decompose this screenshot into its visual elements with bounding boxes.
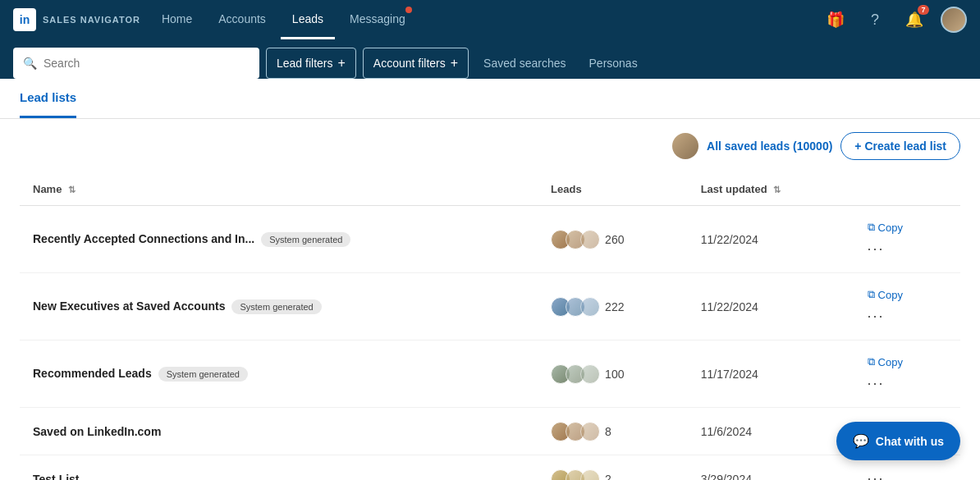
system-generated-badge: System generated [261, 232, 350, 247]
avatars-group: 222 [551, 297, 675, 317]
row-leads-cell: 222 [538, 273, 688, 341]
table-row: Test List 2 3/29/2024··· [20, 455, 960, 481]
table-row: New Executives at Saved AccountsSystem g… [20, 273, 960, 341]
row-date: 11/22/2024 [701, 300, 758, 313]
avatars-group: 8 [551, 422, 675, 441]
lead-filters-plus-icon: + [337, 56, 345, 71]
messaging-notification-dot [405, 7, 412, 13]
row-leads-cell: 2 [538, 455, 688, 481]
name-sort-icon[interactable]: ⇅ [68, 185, 76, 194]
all-saved-leads-group: All saved leads (10000) + Create lead li… [672, 132, 960, 160]
all-saved-leads-link[interactable]: All saved leads (10000) [707, 139, 832, 153]
last-updated-sort-icon[interactable]: ⇅ [773, 185, 781, 194]
row-date-cell: 11/22/2024 [688, 273, 848, 341]
row-name-cell: Test List [20, 455, 538, 481]
nav-home[interactable]: Home [150, 0, 204, 39]
tab-lead-lists[interactable]: Lead lists [20, 79, 76, 118]
search-bar-section: 🔍 Lead filters + Account filters + Saved… [0, 39, 980, 79]
lead-avatar [580, 364, 600, 384]
list-header: All saved leads (10000) + Create lead li… [20, 119, 960, 173]
gift-icon-button[interactable]: 🎁 [822, 7, 849, 33]
app-logo[interactable]: in SALES NAVIGATOR [13, 8, 140, 31]
lead-count: 222 [605, 300, 624, 313]
nav-leads[interactable]: Leads [281, 0, 335, 39]
notifications-icon-button[interactable]: 🔔 7 [901, 7, 927, 33]
lead-filters-button[interactable]: Lead filters + [266, 48, 356, 79]
search-icon: 🔍 [23, 57, 37, 70]
more-options-button[interactable]: ··· [861, 304, 891, 328]
row-name-cell: New Executives at Saved AccountsSystem g… [20, 273, 538, 341]
app-name: SALES NAVIGATOR [43, 15, 140, 25]
row-date: 11/22/2024 [701, 233, 758, 246]
main-content: All saved leads (10000) + Create lead li… [0, 119, 980, 480]
table-row: Recently Accepted Connections and In...S… [20, 206, 960, 273]
leads-table: Name ⇅ Leads Last updated ⇅ Recently Acc… [20, 173, 960, 480]
system-generated-badge: System generated [231, 299, 321, 314]
row-date: 3/29/2024 [701, 473, 752, 481]
account-filters-button[interactable]: Account filters + [363, 48, 469, 79]
nav-messaging[interactable]: Messaging [338, 0, 417, 39]
chat-with-us-button[interactable]: 💬 Chat with us [836, 422, 960, 460]
account-filters-plus-icon: + [451, 56, 458, 71]
copy-icon: ⧉ [868, 355, 875, 368]
row-name[interactable]: Test List [33, 473, 80, 481]
col-name-header: Name ⇅ [20, 173, 538, 206]
more-options-button[interactable]: ··· [861, 372, 891, 395]
col-leads-header: Leads [538, 173, 688, 206]
copy-button[interactable]: ⧉ Copy [861, 285, 909, 304]
lead-count: 260 [605, 233, 624, 246]
copy-icon: ⧉ [868, 288, 875, 301]
row-date-cell: 3/29/2024 [688, 455, 848, 481]
copy-label: Copy [878, 356, 903, 368]
lead-count: 8 [605, 425, 611, 438]
avatars-group: 260 [551, 230, 675, 249]
tab-section: Lead lists [0, 79, 980, 119]
avatars-group: 2 [551, 469, 675, 481]
linkedin-icon: in [13, 8, 36, 31]
row-name[interactable]: Saved on LinkedIn.com [33, 425, 161, 438]
row-date: 11/6/2024 [701, 425, 752, 438]
copy-label: Copy [878, 289, 903, 301]
col-actions-header [848, 173, 960, 206]
row-date-cell: 11/17/2024 [688, 341, 848, 408]
copy-button[interactable]: ⧉ Copy [861, 217, 909, 237]
personas-link[interactable]: Personas [581, 52, 646, 75]
search-wrapper[interactable]: 🔍 [13, 48, 259, 79]
row-date-cell: 11/22/2024 [688, 206, 848, 273]
user-avatar[interactable] [941, 7, 967, 33]
more-options-button[interactable]: ··· [861, 237, 891, 261]
row-date: 11/17/2024 [701, 368, 758, 381]
row-date-cell: 11/6/2024 [688, 408, 848, 455]
copy-label: Copy [878, 222, 903, 234]
lead-avatar [580, 422, 600, 441]
row-name-cell: Recommended LeadsSystem generated [20, 341, 538, 408]
search-input[interactable] [44, 57, 250, 70]
row-name[interactable]: Recently Accepted Connections and In... [33, 232, 254, 245]
copy-icon: ⧉ [868, 221, 875, 234]
notification-badge: 7 [918, 5, 929, 15]
saved-searches-link[interactable]: Saved searches [475, 52, 574, 75]
system-generated-badge: System generated [158, 367, 248, 382]
lead-count: 100 [605, 368, 624, 381]
nav-icons-group: 🎁 ? 🔔 7 [822, 7, 967, 33]
row-leads-cell: 100 [538, 341, 688, 408]
avatars-group: 100 [551, 364, 675, 384]
nav-accounts[interactable]: Accounts [207, 0, 277, 39]
row-actions-cell: ⧉ Copy ··· [848, 341, 960, 408]
row-name-cell: Saved on LinkedIn.com [20, 408, 538, 455]
row-name[interactable]: Recommended Leads [33, 367, 152, 380]
row-name-cell: Recently Accepted Connections and In...S… [20, 206, 538, 273]
row-name[interactable]: New Executives at Saved Accounts [33, 299, 225, 313]
lead-avatar [580, 469, 600, 481]
row-leads-cell: 8 [538, 408, 688, 455]
lead-count: 2 [605, 473, 611, 481]
help-icon-button[interactable]: ? [862, 7, 888, 33]
lead-avatar [580, 297, 600, 317]
copy-button[interactable]: ⧉ Copy [861, 352, 909, 372]
more-options-button[interactable]: ··· [861, 467, 891, 480]
create-lead-list-button[interactable]: + Create lead list [840, 132, 960, 160]
row-actions-cell: ⧉ Copy ··· [848, 273, 960, 341]
table-row: Recommended LeadsSystem generated 100 11… [20, 341, 960, 408]
row-leads-cell: 260 [538, 206, 688, 273]
table-row: Saved on LinkedIn.com 8 11/6/2024··· [20, 408, 960, 455]
